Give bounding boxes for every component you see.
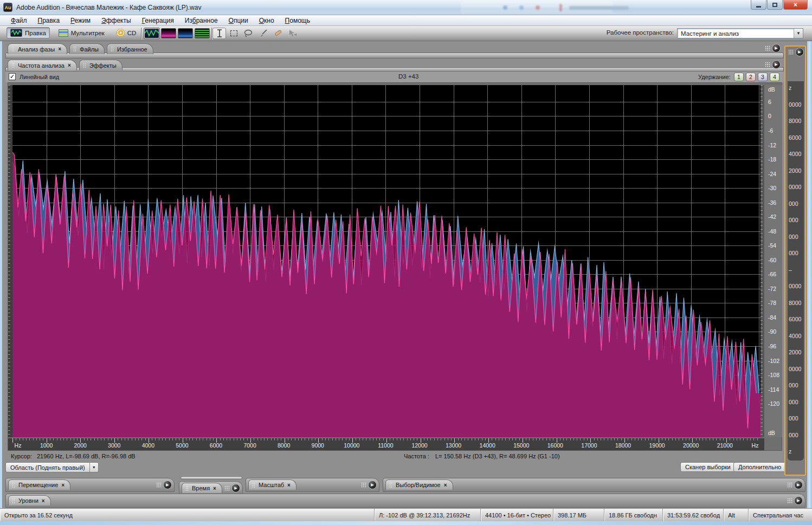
frequency-ruler[interactable]: Hz10002000300040005000600070008000900010… [8, 438, 764, 450]
cd-button[interactable]: CD [113, 28, 140, 38]
spectral-frequency-view-button[interactable] [161, 28, 176, 38]
tab-close-icon[interactable]: × [444, 482, 447, 488]
db-tick-label: -72 [768, 286, 776, 292]
tab-grip [185, 485, 189, 491]
db-tick-label: 0 [768, 113, 771, 119]
sample-scanner-button[interactable]: Сканер выборки [680, 462, 736, 472]
spectral-ruler-label: 8000 [789, 300, 801, 306]
tab-Избранное[interactable]: Избранное [107, 43, 153, 54]
tab-Эффекты[interactable]: Эффекты [79, 60, 123, 70]
db-tick-label: -102 [768, 358, 779, 364]
tab-label: Перемещение [18, 482, 58, 488]
panel-menu-button[interactable]: ▶ [795, 48, 804, 56]
app-icon[interactable]: Au [3, 3, 12, 12]
tab-Файлы[interactable]: Файлы [69, 43, 105, 54]
spectral-view-docked-panel[interactable]: ▶ z000080006000400020000000000000000000–… [784, 46, 806, 476]
menu-Правка[interactable]: Правка [33, 16, 66, 25]
hz-tick-label: 16000 [547, 442, 563, 449]
tab-close-icon[interactable]: × [68, 62, 71, 68]
panel-menu-button[interactable]: ▶ [772, 44, 781, 53]
tab-Выбор/Видимое[interactable]: Выбор/Видимое× [385, 479, 453, 490]
hz-tick-label: 6000 [210, 442, 222, 449]
scrub-tool[interactable] [286, 28, 299, 39]
db-ruler[interactable]: dB60-6-12-18-24-30-36-42-48-54-60-66-72-… [764, 85, 782, 437]
spectral-phase-view-button[interactable] [195, 28, 210, 38]
linear-view-checkbox[interactable]: ✓ [9, 73, 16, 80]
menu-Окно[interactable]: Окно [254, 16, 280, 25]
tab-label: Выбор/Видимое [396, 482, 441, 488]
spectral-ruler-label: z [789, 85, 791, 91]
panel-Масштаб: Масштаб×▶ [246, 478, 379, 492]
tab-close-icon[interactable]: × [58, 46, 61, 52]
side-panel-menu: ▶ [788, 48, 804, 56]
tab-Уровни[interactable]: Уровни× [8, 495, 51, 505]
waveform-view-button[interactable] [144, 28, 159, 38]
edit-view-button[interactable]: Правка [7, 27, 50, 38]
tab-Перемещение[interactable]: Перемещение× [8, 479, 70, 490]
status-cell-2: 44100 • 16-бит • Стерео [480, 509, 553, 521]
area-mode-dropdown[interactable]: Область (Поднять правый) ▼ [5, 462, 99, 472]
db-tick-label: -120 [768, 400, 779, 407]
hold-button-4[interactable]: 4 [770, 73, 779, 81]
tab-close-icon[interactable]: × [42, 498, 45, 504]
tab-close-icon[interactable]: × [287, 482, 291, 488]
menu-Режим[interactable]: Режим [65, 16, 96, 25]
tab-close-icon[interactable]: × [213, 485, 216, 491]
tab-Анализ фазы[interactable]: Анализ фазы× [8, 43, 67, 54]
tab-Время[interactable]: Время× [182, 483, 222, 493]
spectrum-canvas[interactable] [12, 85, 761, 437]
minimize-icon [756, 6, 761, 8]
effects-paintbrush-tool[interactable] [256, 28, 270, 39]
status-cell-7: Спектральная час [748, 509, 812, 521]
panel-menu-button[interactable]: ▶ [794, 481, 803, 489]
marquee-selection-tool[interactable] [227, 28, 241, 39]
window-border-right [807, 41, 812, 508]
panel-menu-button[interactable]: ▶ [772, 60, 781, 69]
freq-panel-menu: ▶ [765, 60, 781, 69]
menu-Генерация[interactable]: Генерация [137, 16, 179, 25]
menu-Избранное[interactable]: Избранное [179, 16, 223, 25]
menu-Опции[interactable]: Опции [223, 16, 254, 25]
spectral-ruler-label: 4000 [789, 333, 801, 339]
menu-Помощь[interactable]: Помощь [280, 16, 315, 25]
toolbar: Правка Мультитрек CD [0, 26, 812, 41]
time-panel-drag-bar[interactable] [181, 476, 242, 479]
cd-icon [117, 29, 125, 37]
spectral-pan-view-button[interactable] [178, 28, 193, 38]
maximize-icon [772, 3, 777, 7]
status-cell-6: Alt [723, 509, 748, 521]
tab-Частота анализа[interactable]: Частота анализа× [8, 60, 77, 70]
panel-menu-button[interactable]: ▶ [163, 481, 172, 489]
panel-menu-button[interactable]: ▶ [794, 496, 803, 505]
hz-tick-label: 2000 [74, 442, 86, 449]
multitrack-icon [59, 29, 68, 37]
menu-Эффекты[interactable]: Эффекты [96, 16, 137, 25]
hold-button-1[interactable]: 1 [734, 73, 744, 81]
panel-menu-button[interactable]: ▶ [231, 484, 240, 492]
advanced-button[interactable]: Дополнительно [733, 462, 786, 472]
hz-tick-label: 10000 [344, 442, 359, 449]
spectral-ruler-label: 000 [789, 217, 798, 223]
maximize-button[interactable] [767, 0, 783, 10]
spectral-ruler-label: 8000 [789, 118, 801, 124]
window-border-bottom [0, 521, 812, 525]
close-button[interactable]: × [783, 0, 808, 10]
panel-Выбор/Видимое: Выбор/Видимое×▶ [383, 478, 805, 492]
hold-button-3[interactable]: 3 [758, 73, 768, 81]
hold-button-2[interactable]: 2 [746, 73, 756, 81]
window-controls: × [750, 0, 808, 10]
workspace-dropdown[interactable]: Мастеринг и анализ ▼ [677, 28, 803, 38]
spot-healing-brush-tool[interactable] [271, 28, 285, 39]
minimize-button[interactable] [751, 0, 766, 10]
toolbar-separator [211, 28, 212, 40]
tab-grip [11, 62, 15, 68]
multitrack-button[interactable]: Мультитрек [55, 28, 108, 38]
panel-menu-button[interactable]: ▶ [368, 481, 377, 489]
lasso-selection-tool[interactable] [242, 28, 255, 39]
spectral-ruler-label: 000 [789, 432, 798, 438]
menu-Файл[interactable]: Файл [5, 16, 33, 25]
panel-menu: ▶ [156, 481, 172, 489]
tab-Масштаб[interactable]: Масштаб× [248, 479, 297, 490]
time-selection-tool[interactable] [212, 28, 226, 39]
tab-close-icon[interactable]: × [61, 482, 65, 488]
